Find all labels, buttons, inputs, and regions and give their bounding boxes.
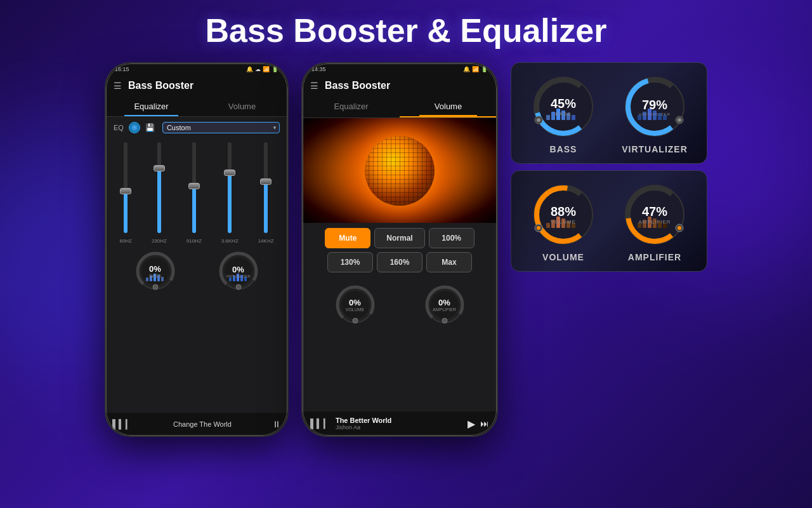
phone1-tab-bar: Equalizer Volume [106, 97, 287, 117]
svg-point-58 [537, 226, 540, 230]
phone1-app-title: Bass Booster [128, 80, 193, 91]
amplifier-knob-container: 0% AMPLIFIER [422, 283, 467, 327]
eq-row: EQ 💾 Custom [114, 122, 280, 133]
slider-230hz: 230HZ [152, 142, 167, 244]
mute-button[interactable]: Mute [325, 228, 370, 248]
slider-track-14khz[interactable] [264, 142, 268, 233]
amplifier-dial-name: AMPLIFIER [628, 252, 681, 262]
phone2-knob-row: 0% VOLUME [303, 277, 497, 332]
slider-label-60hz: 60HZ [119, 238, 132, 244]
bass-dial-sub: BASS [551, 111, 576, 117]
virtualizer-dial-item: 79% VIRTUALIZER VIRTUALIZER [614, 72, 695, 154]
slider-label-36khz: 3.6KHZ [221, 238, 239, 244]
slider-label-910hz: 910HZ [187, 238, 202, 244]
eq-label: EQ [114, 124, 124, 131]
phone1-bottom-bar: ▌▍▎ Change The World ⏸ [106, 413, 287, 436]
slider-track-60hz[interactable] [124, 142, 128, 233]
tab-equalizer[interactable]: Equalizer [106, 97, 197, 116]
volume-dial-item: 88% VOLUME VOLUME [523, 180, 604, 262]
bars-icon: ▌▍▎ [112, 419, 133, 429]
bass-knob[interactable]: 0% BASS [133, 249, 178, 293]
max-button[interactable]: Max [426, 252, 472, 272]
menu-icon[interactable]: ☰ [114, 81, 122, 91]
preset-select[interactable]: Custom [162, 122, 280, 133]
volume-knob-label: VOLUME [346, 307, 365, 312]
bass-dial-name: BASS [550, 144, 577, 154]
p2-track-info: The Better World Jishon Aa [336, 417, 462, 431]
eq-power-dot[interactable] [129, 122, 140, 133]
slider-36khz: 3.6KHZ [221, 142, 239, 244]
volume-dial-sub: VOLUME [551, 219, 576, 225]
skip-icon[interactable]: ⏭ [480, 418, 489, 429]
pause-icon[interactable]: ⏸ [272, 419, 281, 429]
virtualizer-dial-percent: 79% [639, 98, 671, 112]
content-area: 16:15 🔔 ☁ 📶 🔋 ☰ Bass Booster E [0, 56, 812, 443]
p2-track-title: The Better World [336, 417, 462, 424]
phone1-status-icons: 🔔 ☁ 📶 🔋 [246, 66, 278, 72]
amplifier-dial-percent: 47% [638, 204, 671, 219]
phone2-menu-icon[interactable]: ☰ [310, 81, 318, 91]
svg-point-8 [153, 284, 158, 290]
amplifier-knob[interactable]: 0% AMPLIFIER [422, 283, 467, 327]
amplifier-dial-item: 47% AMPLIFIER AMPLIFIER [614, 180, 695, 262]
volume-dial[interactable]: 88% VOLUME [528, 180, 598, 250]
svg-point-17 [236, 284, 241, 290]
slider-14khz: 14KHZ [258, 142, 274, 244]
slider-label-14khz: 14KHZ [258, 238, 274, 244]
dial-row-bottom: 88% VOLUME VOLUME [523, 180, 695, 262]
phone2-tab-bar: Equalizer Volume [303, 97, 497, 118]
amplifier-dial[interactable]: 47% AMPLIFIER [620, 180, 690, 250]
bass-knob-percent: 0% [149, 264, 161, 274]
phone2-bars-icon: ▌▍▎ [310, 418, 331, 429]
virtualizer-dial-sub: VIRTUALIZER [639, 112, 671, 116]
slider-60hz: 60HZ [119, 142, 132, 244]
virtualizer-knob-label: VIRTUALIZER [226, 274, 251, 278]
play-icon[interactable]: ▶ [468, 418, 475, 430]
svg-point-69 [678, 226, 681, 230]
160pct-button[interactable]: 160% [377, 252, 422, 272]
virtualizer-knob[interactable]: 0% VIRTUALIZER [216, 249, 261, 293]
100pct-button[interactable]: 100% [429, 228, 475, 248]
tab2-volume[interactable]: Volume [400, 97, 497, 117]
track-title: Change The World [138, 420, 267, 428]
save-icon[interactable]: 💾 [145, 123, 155, 132]
dial-card-bottom: 88% VOLUME VOLUME [511, 170, 707, 272]
phone1-time: 16:15 [115, 66, 129, 72]
volume-dial-name: VOLUME [542, 252, 584, 262]
virtualizer-dial[interactable]: 79% VIRTUALIZER [620, 72, 690, 142]
dial-card-top: 45% BASS BASS [511, 62, 707, 164]
p2-artist: Jishon Aa [336, 424, 462, 431]
bass-dial[interactable]: 45% BASS [528, 72, 598, 142]
phone2-time: 14:35 [311, 66, 326, 72]
amplifier-knob-label: AMPLIFIER [433, 307, 456, 312]
slider-label-230hz: 230HZ [152, 238, 167, 244]
svg-point-21 [353, 318, 358, 323]
phone2-bottom-bar: ▌▍▎ The Better World Jishon Aa ▶ ⏭ [303, 411, 497, 436]
phone2-screen: 14:35 🔔 📶 🔋 ☰ Bass Booster Equalizer [303, 64, 497, 436]
volume-knob[interactable]: 0% VOLUME [333, 283, 377, 327]
page-title: Bass Booster & Equalizer [0, 0, 812, 56]
phone2-app-title: Bass Booster [325, 80, 390, 91]
slider-track-230hz[interactable] [157, 142, 161, 233]
volume-dial-percent: 88% [551, 204, 576, 219]
virtualizer-knob-container: 0% VIRTUALIZER [216, 249, 261, 293]
bass-knob-label: BASS [149, 274, 161, 278]
svg-point-36 [537, 118, 540, 122]
vol-buttons: Mute Normal 100% 130% 160% Max [303, 223, 497, 277]
130pct-button[interactable]: 130% [327, 252, 373, 272]
phone1-statusbar: 16:15 🔔 ☁ 📶 🔋 [106, 64, 287, 75]
dial-row-top: 45% BASS BASS [523, 72, 695, 154]
svg-rect-12 [229, 277, 232, 281]
bass-knob-container: 0% BASS [133, 249, 178, 293]
slider-track-36khz[interactable] [228, 142, 232, 233]
tab-volume[interactable]: Volume [197, 97, 287, 116]
phone2-status-icons: 🔔 📶 🔋 [463, 66, 488, 72]
svg-rect-3 [146, 277, 148, 281]
amplifier-knob-percent: 0% [433, 298, 456, 307]
normal-button[interactable]: Normal [374, 228, 424, 248]
preset-select-wrapper: Custom [162, 122, 280, 133]
volume-knob-container: 0% VOLUME [333, 283, 377, 327]
tab2-equalizer[interactable]: Equalizer [303, 97, 400, 117]
slider-track-910hz[interactable] [192, 142, 196, 233]
eq-section: EQ 💾 Custom [106, 117, 287, 142]
